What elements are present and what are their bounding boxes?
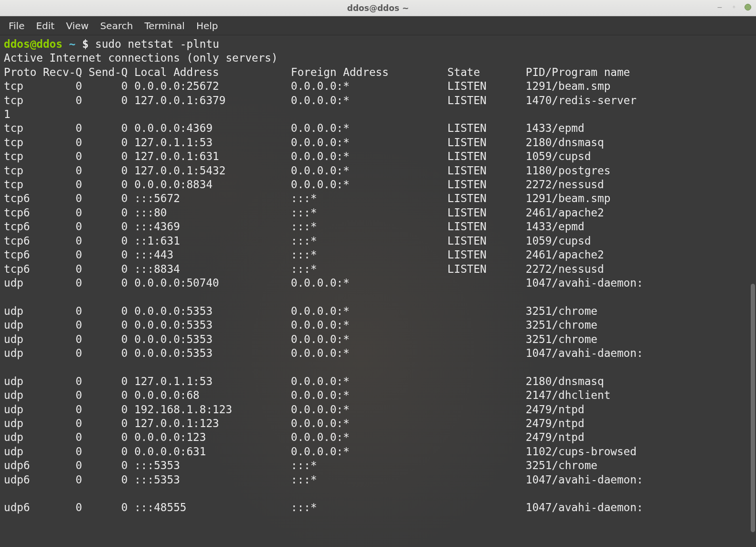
prompt-user-host: ddos@ddos [4,38,63,50]
netstat-row: tcp6 0 0 :::443 :::* LISTEN 2461/apache2 [4,248,604,261]
netstat-row-wrap [4,361,11,373]
netstat-row-wrap [4,515,11,528]
output-columns: Proto Recv-Q Send-Q Local Address Foreig… [4,66,630,78]
netstat-row: udp 0 0 127.0.0.1:123 0.0.0.0:* 2479/ntp… [4,417,585,429]
netstat-row: udp6 0 0 :::5353 :::* 1047/avahi-daemon: [4,473,643,486]
netstat-row: tcp 0 0 127.0.0.1:5432 0.0.0.0:* LISTEN … [4,164,610,177]
netstat-row: tcp 0 0 127.0.0.1:6379 0.0.0.0:* LISTEN … [4,94,637,107]
netstat-row-wrap: 1 [4,108,11,120]
netstat-row: udp6 0 0 :::5353 :::* 3251/chrome [4,459,597,472]
prompt-path: ~ [69,38,76,50]
netstat-row: tcp6 0 0 :::4369 :::* LISTEN 1433/epmd [4,220,585,233]
menu-view[interactable]: View [60,17,94,34]
netstat-row-wrap [4,290,11,303]
prompt-command: sudo netstat -plntu [95,38,219,50]
netstat-row: udp 0 0 0.0.0.0:50740 0.0.0.0:* 1047/ava… [4,277,643,289]
minimize-icon[interactable]: − [716,3,724,11]
netstat-row: udp 0 0 192.168.1.8:123 0.0.0.0:* 2479/n… [4,403,585,416]
netstat-row: udp 0 0 0.0.0.0:68 0.0.0.0:* 2147/dhclie… [4,389,610,401]
netstat-row: tcp 0 0 0.0.0.0:25672 0.0.0.0:* LISTEN 1… [4,80,610,92]
netstat-row: tcp6 0 0 :::80 :::* LISTEN 2461/apache2 [4,206,604,219]
netstat-row: udp 0 0 0.0.0.0:5353 0.0.0.0:* 3251/chro… [4,305,597,317]
netstat-row: tcp6 0 0 :::5672 :::* LISTEN 1291/beam.s… [4,192,610,204]
menu-help[interactable]: Help [191,17,224,34]
netstat-row: udp 0 0 0.0.0.0:5353 0.0.0.0:* 3251/chro… [4,319,597,331]
prompt-symbol: $ [75,38,95,50]
window-title: ddos@ddos ~ [347,3,409,13]
maximize-icon[interactable]: ◦ [730,3,738,11]
menu-edit[interactable]: Edit [30,17,60,34]
netstat-row: udp 0 0 0.0.0.0:5353 0.0.0.0:* 1047/avah… [4,347,643,359]
menu-search[interactable]: Search [95,17,139,34]
terminal-area[interactable]: ddos@ddos ~ $ sudo netstat -plntu Active… [0,35,756,547]
window-titlebar: ddos@ddos ~ − ◦ [0,0,756,16]
netstat-row: udp 0 0 0.0.0.0:123 0.0.0.0:* 2479/ntpd [4,431,585,443]
netstat-row: udp 0 0 0.0.0.0:631 0.0.0.0:* 1102/cups-… [4,445,637,458]
close-icon[interactable] [745,4,751,11]
vertical-scrollbar[interactable] [751,284,755,532]
netstat-row: tcp6 0 0 ::1:631 :::* LISTEN 1059/cupsd [4,235,591,247]
terminal-output[interactable]: ddos@ddos ~ $ sudo netstat -plntu Active… [0,35,756,533]
netstat-row: tcp 0 0 127.0.1.1:53 0.0.0.0:* LISTEN 21… [4,136,604,149]
netstat-row: udp 0 0 0.0.0.0:5353 0.0.0.0:* 3251/chro… [4,333,597,345]
netstat-row: tcp 0 0 127.0.0.1:631 0.0.0.0:* LISTEN 1… [4,150,591,162]
netstat-row: tcp 0 0 0.0.0.0:4369 0.0.0.0:* LISTEN 14… [4,122,585,134]
window-controls: − ◦ [716,3,751,11]
netstat-row-wrap [4,487,11,500]
netstat-row: udp6 0 0 :::48555 :::* 1047/avahi-daemon… [4,501,643,514]
output-header: Active Internet connections (only server… [4,52,278,64]
netstat-row: tcp6 0 0 :::8834 :::* LISTEN 2272/nessus… [4,263,604,275]
prompt-sep [63,38,69,50]
menu-file[interactable]: File [3,17,30,34]
menu-bar: File Edit View Search Terminal Help [0,16,756,35]
netstat-row: tcp 0 0 0.0.0.0:8834 0.0.0.0:* LISTEN 22… [4,178,604,191]
netstat-row: udp 0 0 127.0.1.1:53 0.0.0.0:* 2180/dnsm… [4,375,604,387]
menu-terminal[interactable]: Terminal [138,17,191,34]
